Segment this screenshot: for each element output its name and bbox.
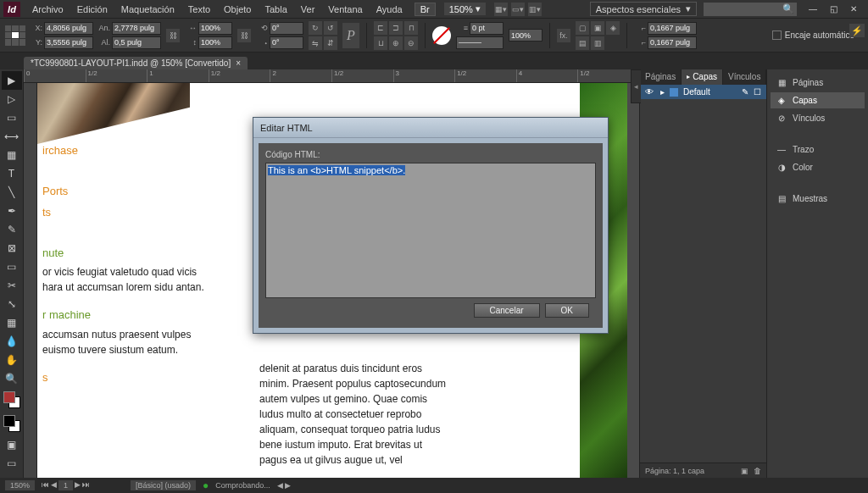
stroke-style-field[interactable]: ——— — [456, 36, 504, 49]
menu-ayuda[interactable]: Ayuda — [370, 0, 409, 19]
rotate-field[interactable]: 0° — [270, 22, 303, 35]
panel-tab-paginas[interactable]: Páginas — [640, 69, 682, 85]
document-tab[interactable]: *TC9990801-LAYOUT-PI1.indd @ 150% [Conve… — [24, 57, 248, 69]
last-page-icon[interactable]: ⏭ — [82, 480, 90, 490]
scale-y-field[interactable]: 100% — [198, 36, 232, 49]
hand-tool[interactable]: ✋ — [2, 351, 22, 369]
gap-tool[interactable]: ⟷ — [2, 127, 22, 146]
wrap-col-icon[interactable]: ▥ — [591, 36, 604, 50]
layer-expand-icon[interactable]: ▸ — [660, 87, 665, 97]
wrap-shape-icon[interactable]: ◈ — [606, 21, 620, 35]
new-layer-icon[interactable]: ▣ — [741, 467, 748, 475]
stroke-weight-field[interactable]: 0 pt — [470, 22, 504, 35]
zoom-status[interactable]: 150% — [5, 480, 35, 490]
rotate-cw-icon[interactable]: ↻ — [309, 21, 322, 35]
page-number-field[interactable]: 1 — [58, 480, 73, 490]
align-vc-icon[interactable]: ⊕ — [389, 36, 403, 50]
delete-layer-icon[interactable]: 🗑 — [754, 467, 761, 475]
default-swatch[interactable] — [3, 415, 20, 432]
menu-objeto[interactable]: Objeto — [217, 0, 258, 19]
scale-x-field[interactable]: 100% — [198, 22, 232, 35]
workspace-dropdown[interactable]: Aspectos esenciales▾ — [590, 2, 697, 16]
line-tool[interactable]: ╲ — [2, 183, 22, 202]
layer-target-icon[interactable]: ☐ — [754, 87, 761, 97]
side-paginas[interactable]: ▦Páginas — [771, 75, 865, 91]
menu-archivo[interactable]: Archivo — [25, 0, 70, 19]
shear-field[interactable]: 0° — [270, 36, 303, 49]
cancel-button[interactable]: Cancelar — [474, 303, 540, 318]
transform-tool[interactable]: ⤡ — [2, 295, 22, 313]
scissors-tool[interactable]: ✂ — [2, 276, 22, 295]
expand-panel-icon[interactable]: ⚡ — [849, 24, 865, 37]
corner-h-field[interactable]: 0,1667 pulg — [648, 36, 697, 49]
fx-icon[interactable]: fx. — [557, 29, 570, 42]
content-collector-tool[interactable]: ▦ — [2, 146, 22, 164]
search-input[interactable]: 🔍 — [704, 3, 797, 16]
h-field[interactable]: 0,5 pulg — [112, 36, 161, 49]
zoom-tool[interactable]: 🔍 — [2, 369, 22, 388]
bridge-button[interactable]: Br — [415, 3, 436, 16]
screen-mode-tool[interactable]: ▭ — [2, 454, 22, 473]
side-trazo[interactable]: —Trazo — [771, 141, 865, 158]
view-options-icon[interactable]: ▦▾ — [494, 3, 508, 16]
y-field[interactable]: 3,5556 pulg — [44, 36, 93, 49]
screen-mode-icon[interactable]: ▭▾ — [511, 3, 525, 16]
maximize-button[interactable]: ◱ — [824, 3, 843, 16]
next-page-icon[interactable]: ▶ — [75, 480, 81, 490]
panel-tab-vinculos[interactable]: Vínculos — [723, 69, 766, 85]
frame-tool[interactable]: ⊠ — [2, 239, 22, 258]
panel-tab-capas[interactable]: ▸Capas — [682, 69, 723, 85]
menu-ventana[interactable]: Ventana — [321, 0, 369, 19]
menu-edicion[interactable]: Edición — [70, 0, 114, 19]
minimize-button[interactable]: — — [804, 3, 822, 16]
collapse-dock-icon[interactable]: ◂ — [631, 69, 641, 103]
constrain-wh-icon[interactable]: ⛓ — [166, 29, 180, 42]
align-left-icon[interactable]: ⊏ — [374, 21, 387, 35]
selection-tool[interactable]: ▶ — [2, 71, 22, 90]
ok-button[interactable]: OK — [545, 303, 589, 318]
x-field[interactable]: 4,8056 pulg — [44, 22, 93, 35]
rotate-ccw-icon[interactable]: ↺ — [324, 21, 337, 35]
opacity-field[interactable]: 100% — [509, 29, 542, 42]
side-muestras[interactable]: ▤Muestras — [771, 191, 865, 207]
side-color[interactable]: ◑Color — [771, 159, 865, 175]
fill-stroke-swatch[interactable] — [3, 391, 20, 408]
rectangle-tool[interactable]: ▭ — [2, 258, 22, 276]
menu-texto[interactable]: Texto — [181, 0, 217, 19]
wrap-jump-icon[interactable]: ▤ — [576, 36, 589, 50]
auto-fit-checkbox[interactable]: Encaje automático — [772, 30, 854, 40]
preflight-prev-icon[interactable]: ◀ — [277, 481, 283, 490]
flip-h-icon[interactable]: ⇋ — [309, 36, 322, 50]
pen-tool[interactable]: ✒ — [2, 202, 22, 220]
first-page-icon[interactable]: ⏮ — [42, 480, 49, 490]
pencil-tool[interactable]: ✎ — [2, 220, 22, 239]
preflight-next-icon[interactable]: ▶ — [285, 481, 291, 490]
visibility-icon[interactable]: 👁 — [645, 87, 655, 97]
menu-maquetacion[interactable]: Maquetación — [114, 0, 181, 19]
gradient-tool[interactable]: ▦ — [2, 313, 22, 332]
side-capas[interactable]: ◈Capas — [771, 92, 865, 108]
page-tool[interactable]: ▭ — [2, 108, 22, 127]
html-code-textarea[interactable]: This is an <b>HTML snippet</b>. — [265, 163, 596, 298]
constrain-scale-icon[interactable]: ⛓ — [237, 29, 251, 42]
type-tool[interactable]: T — [2, 164, 22, 183]
corner-w-field[interactable]: 0,1667 pulg — [648, 22, 697, 35]
align-hc-icon[interactable]: ⊐ — [389, 21, 403, 35]
fill-none-icon[interactable] — [432, 26, 451, 45]
side-vinculos[interactable]: ⊘Vínculos — [771, 110, 865, 126]
arrange-icon[interactable]: ▥▾ — [528, 3, 542, 16]
layer-row[interactable]: 👁 ▸ Default ✎ ☐ — [640, 85, 766, 99]
wrap-none-icon[interactable]: ▢ — [576, 21, 589, 35]
close-button[interactable]: ✕ — [844, 3, 863, 16]
align-top-icon[interactable]: ⊔ — [374, 36, 387, 50]
menu-tabla[interactable]: Tabla — [258, 0, 293, 19]
tab-close-icon[interactable]: × — [236, 58, 241, 68]
prev-page-icon[interactable]: ◀ — [51, 480, 57, 490]
reference-point-widget[interactable] — [5, 25, 25, 46]
wrap-bb-icon[interactable]: ▣ — [591, 21, 604, 35]
zoom-dropdown[interactable]: 150% ▾ — [444, 3, 486, 15]
flip-v-icon[interactable]: ⇵ — [324, 36, 337, 50]
w-field[interactable]: 2,7778 pulg — [112, 22, 161, 35]
menu-ver[interactable]: Ver — [294, 0, 322, 19]
align-right-icon[interactable]: ⊓ — [404, 21, 418, 35]
